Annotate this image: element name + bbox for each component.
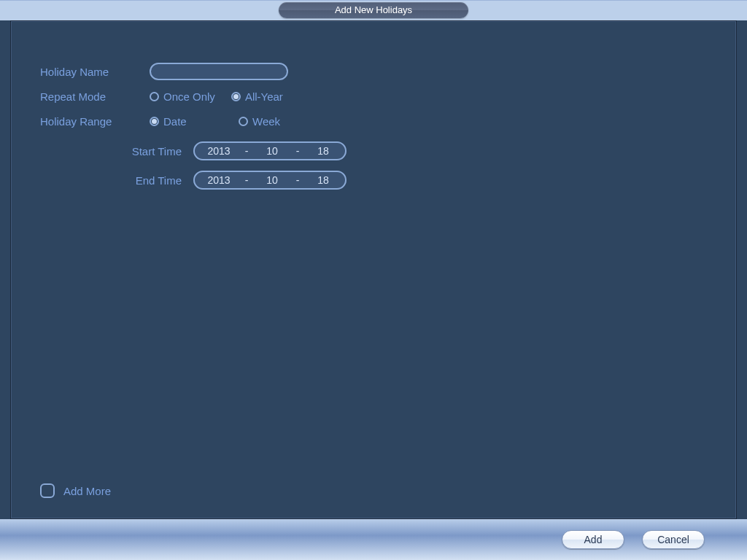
end-year[interactable]: 2013 (198, 174, 240, 186)
add-more-row: Add More (40, 483, 111, 498)
dialog-content: Holiday Name Repeat Mode Once Only All-Y… (10, 20, 737, 519)
radio-icon (150, 117, 159, 126)
dialog-title: Add New Holidays (279, 2, 468, 18)
form-area: Holiday Name Repeat Mode Once Only All-Y… (40, 59, 707, 195)
start-year[interactable]: 2013 (198, 145, 240, 157)
radio-icon (150, 92, 159, 101)
dialog-frame: Add New Holidays Holiday Name Repeat Mod… (0, 0, 747, 560)
radio-once-only[interactable]: Once Only (150, 90, 215, 103)
button-bar: Add Cancel (0, 519, 747, 560)
dash-icon: - (294, 174, 301, 186)
row-holiday-name: Holiday Name (40, 59, 707, 84)
row-repeat-mode: Repeat Mode Once Only All-Year (40, 84, 707, 109)
end-day[interactable]: 18 (304, 174, 342, 186)
row-end-time: End Time 2013 - 10 - 18 (40, 166, 707, 195)
repeat-mode-group: Once Only All-Year (150, 90, 283, 103)
holiday-name-input[interactable] (150, 63, 288, 80)
end-time-input[interactable]: 2013 - 10 - 18 (193, 171, 347, 190)
add-more-label: Add More (63, 485, 111, 497)
start-time-input[interactable]: 2013 - 10 - 18 (193, 141, 347, 160)
radio-label: Week (252, 115, 280, 128)
radio-icon (239, 117, 248, 126)
radio-label: All-Year (245, 90, 283, 103)
radio-week[interactable]: Week (239, 115, 280, 128)
radio-all-year[interactable]: All-Year (231, 90, 283, 103)
add-button[interactable]: Add (562, 530, 624, 549)
dash-icon: - (294, 145, 301, 157)
radio-label: Date (163, 115, 187, 128)
add-more-checkbox[interactable] (40, 483, 55, 498)
dash-icon: - (243, 145, 250, 157)
radio-icon (231, 92, 241, 101)
label-repeat-mode: Repeat Mode (40, 90, 150, 103)
label-start-time: Start Time (40, 145, 193, 158)
dash-icon: - (243, 174, 250, 186)
holiday-range-group: Date Week (150, 115, 280, 128)
label-holiday-range: Holiday Range (40, 115, 150, 128)
label-end-time: End Time (40, 174, 193, 187)
end-month[interactable]: 10 (253, 174, 291, 186)
label-holiday-name: Holiday Name (40, 66, 150, 78)
start-day[interactable]: 18 (304, 145, 342, 157)
radio-date[interactable]: Date (150, 115, 222, 128)
cancel-button[interactable]: Cancel (642, 530, 705, 549)
row-holiday-range: Holiday Range Date Week (40, 109, 707, 133)
row-start-time: Start Time 2013 - 10 - 18 (40, 136, 707, 166)
radio-label: Once Only (163, 90, 215, 103)
start-month[interactable]: 10 (253, 145, 291, 157)
